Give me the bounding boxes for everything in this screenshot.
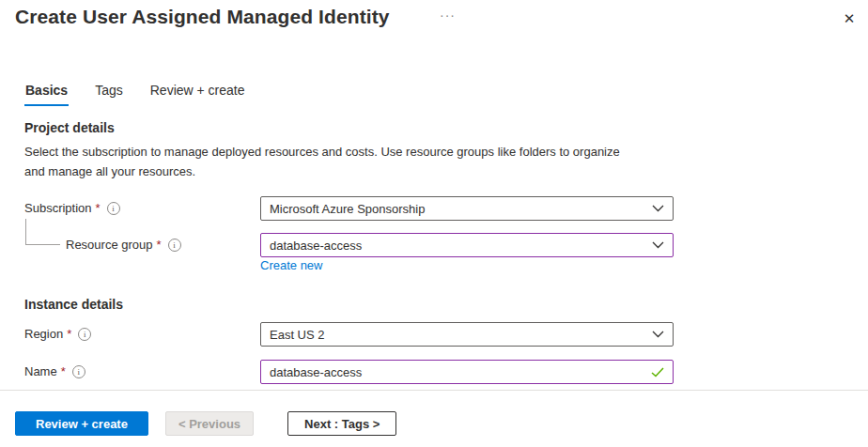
required-asterisk: * (96, 201, 101, 215)
required-asterisk: * (67, 327, 71, 341)
more-options-icon[interactable]: ··· (440, 8, 456, 23)
info-icon[interactable]: i (107, 202, 120, 215)
subscription-dropdown[interactable]: Microsoft Azure Sponsorship (260, 196, 674, 221)
next-tags-button[interactable]: Next : Tags > (287, 411, 396, 436)
info-icon[interactable]: i (78, 328, 91, 341)
resource-group-dropdown[interactable]: database-access (260, 233, 674, 257)
page-title: Create User Assigned Managed Identity (15, 6, 390, 28)
tab-bar: Basics Tags Review + create (24, 81, 246, 106)
region-dropdown[interactable]: East US 2 (260, 322, 674, 347)
tab-tags[interactable]: Tags (94, 81, 124, 106)
create-new-link[interactable]: Create new (260, 258, 322, 272)
info-icon[interactable]: i (168, 239, 181, 252)
instance-details-heading: Instance details (24, 297, 123, 312)
name-input[interactable] (270, 365, 643, 379)
footer-actions: Review + create < Previous Next : Tags > (15, 411, 396, 436)
chevron-down-icon (652, 331, 664, 338)
project-details-heading: Project details (24, 120, 115, 135)
name-field (260, 360, 674, 384)
footer-divider (0, 390, 868, 391)
name-label: Name * i (24, 364, 85, 378)
region-label: Region * i (24, 327, 91, 341)
required-asterisk: * (157, 238, 162, 252)
tab-review-create[interactable]: Review + create (149, 81, 246, 106)
required-asterisk: * (61, 364, 66, 378)
resource-group-label: Resource group * i (66, 238, 181, 252)
create-managed-identity-blade: Create User Assigned Managed Identity ··… (0, 0, 868, 447)
info-icon[interactable]: i (72, 365, 85, 378)
project-details-description: Select the subscription to manage deploy… (24, 142, 641, 181)
previous-button[interactable]: < Previous (165, 411, 254, 436)
chevron-down-icon (652, 241, 664, 249)
valid-check-icon (651, 367, 664, 378)
subscription-label: Subscription * i (24, 201, 120, 215)
field-connector-line (25, 219, 60, 245)
tab-basics[interactable]: Basics (24, 81, 69, 106)
review-create-button[interactable]: Review + create (15, 411, 148, 436)
chevron-down-icon (652, 205, 664, 212)
close-icon[interactable]: ✕ (838, 8, 860, 30)
